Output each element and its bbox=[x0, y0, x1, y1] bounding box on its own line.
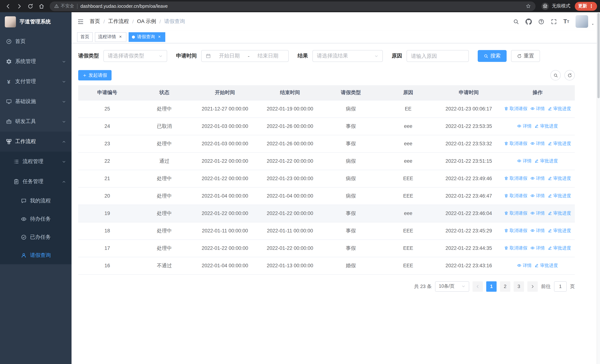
cancel-action[interactable]: 取消请假 bbox=[504, 140, 527, 147]
sidebar-item-infrastructure[interactable]: 基础设施 bbox=[0, 92, 72, 112]
sidebar-item-process-mgmt[interactable]: 流程管理 bbox=[0, 152, 72, 172]
apply-time-range-picker[interactable]: 开始日期 - 结束日期 bbox=[201, 50, 289, 62]
refresh-button[interactable] bbox=[564, 70, 575, 80]
sidebar-item-leave-query[interactable]: 请假查询 bbox=[0, 246, 72, 264]
breadcrumb-item[interactable]: OA 示例 bbox=[137, 18, 156, 25]
page-scrollbar[interactable] bbox=[597, 12, 600, 364]
progress-action[interactable]: 审批进度 bbox=[548, 210, 571, 216]
detail-action[interactable]: 详情 bbox=[517, 158, 532, 164]
goto-page-input[interactable] bbox=[554, 281, 567, 291]
detail-action[interactable]: 详情 bbox=[530, 193, 545, 199]
chevron-down-icon bbox=[159, 54, 163, 58]
tab-process-detail[interactable]: 流程详情× bbox=[95, 32, 126, 42]
sidebar-collapse-button[interactable] bbox=[77, 18, 84, 25]
sidebar-item-todo-tasks[interactable]: 待办任务 bbox=[0, 210, 72, 228]
page-button-3[interactable]: 3 bbox=[514, 281, 524, 291]
result-select[interactable]: 请选择流结果 bbox=[312, 50, 383, 62]
browser-forward-button[interactable] bbox=[14, 1, 24, 11]
progress-action[interactable]: 审批进度 bbox=[548, 193, 571, 199]
goto-label: 前往 bbox=[541, 283, 551, 290]
progress-action[interactable]: 审批进度 bbox=[548, 175, 571, 182]
sidebar-item-task-mgmt[interactable]: 任务管理 bbox=[0, 172, 72, 192]
sidebar-item-workflow[interactable]: 工作流程 bbox=[0, 131, 72, 152]
page-size-select[interactable]: 10条/页 bbox=[435, 281, 469, 291]
scrollbar-thumb[interactable] bbox=[597, 13, 600, 98]
user-avatar[interactable] bbox=[576, 15, 588, 28]
github-icon[interactable] bbox=[525, 18, 532, 25]
progress-action[interactable]: 审批进度 bbox=[534, 262, 558, 269]
prev-page-button[interactable] bbox=[472, 281, 483, 291]
sidebar-item-my-process[interactable]: 我的流程 bbox=[0, 192, 72, 210]
sidebar-item-done-tasks[interactable]: 已办任务 bbox=[0, 228, 72, 246]
tab-leave-query[interactable]: 请假查询× bbox=[129, 32, 165, 42]
detail-action[interactable]: 详情 bbox=[530, 245, 545, 251]
cancel-action[interactable]: 取消请假 bbox=[504, 106, 527, 112]
browser-back-button[interactable] bbox=[3, 1, 13, 11]
browser-menu-dots-icon[interactable]: ⋮ bbox=[589, 3, 594, 9]
progress-action[interactable]: 审批进度 bbox=[548, 245, 571, 251]
toggle-search-button[interactable] bbox=[550, 70, 561, 80]
progress-action[interactable]: 审批进度 bbox=[548, 106, 571, 112]
reset-button[interactable]: 重置 bbox=[511, 50, 540, 62]
cell-start-time: 2022-01-03 00:00:00 bbox=[192, 118, 257, 135]
progress-action[interactable]: 审批进度 bbox=[548, 228, 571, 234]
action-label: 详情 bbox=[536, 245, 545, 251]
detail-action[interactable]: 详情 bbox=[530, 175, 545, 182]
reason-input[interactable] bbox=[407, 50, 469, 62]
detail-action[interactable]: 详情 bbox=[517, 262, 532, 269]
cancel-action[interactable]: 取消请假 bbox=[504, 210, 527, 216]
cancel-action[interactable]: 取消请假 bbox=[504, 245, 527, 251]
next-page-button[interactable] bbox=[527, 281, 538, 291]
end-date-input[interactable]: 结束日期 bbox=[252, 53, 284, 59]
detail-action[interactable]: 详情 bbox=[517, 123, 532, 129]
security-warning[interactable]: 不安全 bbox=[54, 3, 74, 9]
progress-action[interactable]: 审批进度 bbox=[548, 140, 571, 147]
cell-apply-time: 2022-01-22 23:46:47 bbox=[437, 187, 500, 205]
start-date-input[interactable]: 开始日期 bbox=[213, 53, 245, 59]
page-button-1[interactable]: 1 bbox=[486, 281, 497, 291]
breadcrumb-item[interactable]: 首页 bbox=[90, 18, 100, 25]
progress-action[interactable]: 审批进度 bbox=[534, 123, 558, 129]
tab-close-icon[interactable]: × bbox=[157, 34, 162, 39]
address-bar[interactable]: 不安全 dashboard.yudao.iocoder.cn/bpm/oa/le… bbox=[50, 1, 535, 11]
cancel-action[interactable]: 取消请假 bbox=[504, 193, 527, 199]
action-label: 审批进度 bbox=[540, 158, 558, 164]
fullscreen-icon[interactable] bbox=[551, 18, 557, 25]
search-form: 请假类型 请选择请假类型 申请时间 开始日期 - 结束日期 bbox=[78, 50, 575, 62]
detail-action[interactable]: 详情 bbox=[530, 210, 545, 216]
column-header: 状态 bbox=[136, 85, 193, 100]
page-button-2[interactable]: 2 bbox=[500, 281, 510, 291]
table-row: 16不通过2022-01-04 00:00:002022-01-13 00:00… bbox=[78, 257, 575, 274]
search-icon[interactable] bbox=[513, 18, 519, 25]
sidebar-item-system[interactable]: 系统管理 bbox=[0, 52, 72, 72]
cancel-action[interactable]: 取消请假 bbox=[504, 228, 527, 234]
search-button[interactable]: 搜索 bbox=[478, 50, 506, 62]
tab-home[interactable]: 首页 bbox=[77, 32, 93, 42]
font-size-icon[interactable]: TT bbox=[563, 18, 569, 25]
breadcrumb-separator: / bbox=[159, 19, 161, 24]
help-icon[interactable] bbox=[538, 18, 544, 25]
tab-close-icon[interactable]: × bbox=[118, 34, 123, 39]
cell-leave-type: 婚假 bbox=[322, 257, 379, 274]
right-toolbar bbox=[550, 70, 575, 80]
sidebar-item-dev-tools[interactable]: 研发工具 bbox=[0, 112, 72, 131]
sidebar-item-home[interactable]: 首页 bbox=[0, 31, 72, 52]
cell-id: 18 bbox=[78, 222, 136, 239]
create-leave-button[interactable]: 发起请假 bbox=[78, 70, 112, 80]
progress-action[interactable]: 审批进度 bbox=[534, 158, 558, 164]
browser-update-button[interactable]: 更新 ⋮ bbox=[575, 2, 597, 10]
detail-action[interactable]: 详情 bbox=[530, 228, 545, 234]
detail-action[interactable]: 详情 bbox=[530, 140, 545, 147]
app-logo: 芋道管理系统 bbox=[0, 12, 72, 31]
browser-home-button[interactable] bbox=[36, 1, 47, 11]
bookmark-star-icon[interactable] bbox=[525, 3, 531, 9]
detail-action[interactable]: 详情 bbox=[530, 106, 545, 112]
view-icon bbox=[517, 124, 522, 129]
cancel-action[interactable]: 取消请假 bbox=[504, 175, 527, 182]
leave-type-select[interactable]: 请选择请假类型 bbox=[103, 50, 167, 62]
sidebar-item-payment[interactable]: ¥支付管理 bbox=[0, 72, 72, 92]
breadcrumb-item[interactable]: 工作流程 bbox=[108, 18, 129, 25]
create-leave-label: 发起请假 bbox=[89, 72, 107, 78]
browser-reload-button[interactable] bbox=[25, 1, 36, 11]
avatar-caret-icon[interactable] bbox=[591, 23, 594, 26]
